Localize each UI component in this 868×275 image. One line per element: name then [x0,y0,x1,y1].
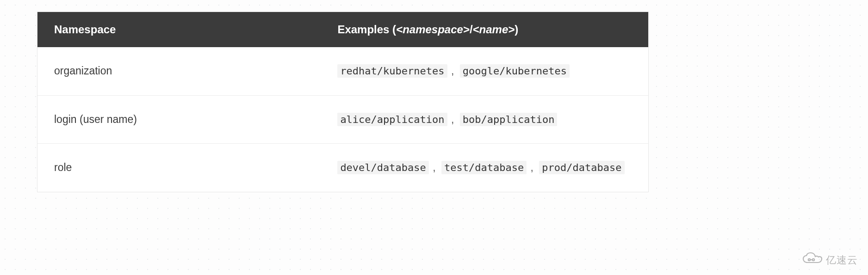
col-header-examples-prefix: Examples ( [337,23,396,36]
table-row: organization redhat/kubernetes , google/… [37,47,648,95]
table-header-row: Namespace Examples (<namespace>/<name>) [37,12,648,47]
watermark-text: 亿速云 [826,253,858,267]
separator: , [429,161,441,173]
col-header-examples-slash: / [470,23,473,36]
table-row: role devel/database , test/database , pr… [37,144,648,192]
cell-namespace: login (user name) [37,95,321,144]
example-code: test/database [441,161,527,174]
svg-point-0 [808,259,810,261]
separator: , [447,65,460,77]
example-code: google/kubernetes [460,64,570,78]
separator: , [527,161,539,173]
separator: , [447,113,460,125]
col-header-examples-name: <name> [473,23,515,36]
table-body: organization redhat/kubernetes , google/… [37,47,648,192]
cell-examples: alice/application , bob/application [321,95,648,144]
col-header-namespace: Namespace [37,12,321,47]
col-header-namespace-text: Namespace [54,23,116,36]
cell-examples: redhat/kubernetes , google/kubernetes [321,47,648,95]
example-code: redhat/kubernetes [337,64,447,78]
col-header-examples-ns: <namespace> [396,23,470,36]
cell-namespace: organization [37,47,321,95]
example-code: prod/database [539,161,624,174]
cell-examples: devel/database , test/database , prod/da… [321,144,648,192]
cell-namespace: role [37,144,321,192]
example-code: devel/database [337,161,428,174]
col-header-examples: Examples (<namespace>/<name>) [321,12,648,47]
namespace-text: login (user name) [54,113,137,125]
col-header-examples-suffix: ) [515,23,518,36]
namespace-examples-table-container: Namespace Examples (<namespace>/<name>) … [37,12,649,192]
table-row: login (user name) alice/application , bo… [37,95,648,144]
namespace-text: organization [54,65,112,77]
cloud-logo-icon [802,252,823,269]
namespace-text: role [54,161,72,173]
svg-point-1 [812,259,814,261]
example-code: bob/application [460,113,558,126]
watermark: 亿速云 [802,252,858,269]
namespace-examples-table: Namespace Examples (<namespace>/<name>) … [37,12,648,192]
example-code: alice/application [337,113,447,126]
